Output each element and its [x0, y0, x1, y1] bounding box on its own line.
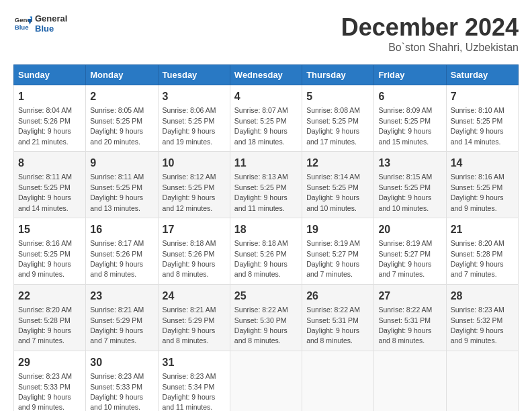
day-number: 28	[451, 289, 514, 304]
svg-text:Blue: Blue	[15, 24, 29, 31]
day-info: Sunrise: 8:21 AM Sunset: 5:29 PM Dayligh…	[163, 306, 216, 345]
day-header-monday: Monday	[86, 65, 158, 85]
day-number: 5	[306, 89, 369, 104]
days-of-week-row: SundayMondayTuesdayWednesdayThursdayFrid…	[14, 65, 519, 85]
day-info: Sunrise: 8:09 AM Sunset: 5:25 PM Dayligh…	[378, 106, 432, 145]
day-number: 17	[163, 222, 226, 237]
day-number: 4	[234, 89, 298, 104]
calendar-cell	[302, 351, 374, 411]
day-info: Sunrise: 8:18 AM Sunset: 5:26 PM Dayligh…	[234, 239, 288, 278]
day-number: 3	[163, 89, 226, 104]
day-header-sunday: Sunday	[14, 65, 86, 85]
day-info: Sunrise: 8:20 AM Sunset: 5:28 PM Dayligh…	[451, 239, 504, 278]
calendar-cell: 24Sunrise: 8:21 AM Sunset: 5:29 PM Dayli…	[158, 284, 230, 351]
calendar-cell: 1Sunrise: 8:04 AM Sunset: 5:26 PM Daylig…	[14, 85, 86, 152]
calendar-cell: 31Sunrise: 8:23 AM Sunset: 5:34 PM Dayli…	[158, 351, 230, 411]
calendar-cell: 12Sunrise: 8:14 AM Sunset: 5:25 PM Dayli…	[302, 151, 374, 218]
calendar-cell: 26Sunrise: 8:22 AM Sunset: 5:31 PM Dayli…	[302, 284, 374, 351]
day-info: Sunrise: 8:17 AM Sunset: 5:26 PM Dayligh…	[90, 239, 144, 278]
calendar-body: 1Sunrise: 8:04 AM Sunset: 5:26 PM Daylig…	[14, 85, 519, 412]
day-info: Sunrise: 8:07 AM Sunset: 5:25 PM Dayligh…	[234, 106, 288, 145]
day-info: Sunrise: 8:22 AM Sunset: 5:31 PM Dayligh…	[378, 306, 432, 345]
day-number: 25	[234, 289, 298, 304]
day-info: Sunrise: 8:20 AM Sunset: 5:28 PM Dayligh…	[18, 306, 72, 345]
day-info: Sunrise: 8:11 AM Sunset: 5:25 PM Dayligh…	[90, 173, 144, 212]
day-info: Sunrise: 8:23 AM Sunset: 5:33 PM Dayligh…	[90, 372, 144, 411]
calendar-cell: 9Sunrise: 8:11 AM Sunset: 5:25 PM Daylig…	[86, 151, 158, 218]
day-info: Sunrise: 8:19 AM Sunset: 5:27 PM Dayligh…	[378, 239, 432, 278]
day-number: 23	[90, 289, 153, 304]
page-subtitle: Bo`ston Shahri, Uzbekistan	[341, 42, 519, 54]
day-info: Sunrise: 8:16 AM Sunset: 5:25 PM Dayligh…	[451, 173, 504, 212]
calendar-week-3: 15Sunrise: 8:16 AM Sunset: 5:25 PM Dayli…	[14, 218, 519, 284]
day-info: Sunrise: 8:18 AM Sunset: 5:26 PM Dayligh…	[163, 239, 216, 278]
day-number: 6	[378, 89, 441, 104]
logo-icon: General Blue	[13, 14, 32, 33]
day-number: 20	[378, 222, 441, 237]
calendar-cell: 29Sunrise: 8:23 AM Sunset: 5:33 PM Dayli…	[14, 351, 86, 411]
day-header-tuesday: Tuesday	[158, 65, 230, 85]
day-number: 16	[90, 222, 153, 237]
day-info: Sunrise: 8:11 AM Sunset: 5:25 PM Dayligh…	[18, 173, 72, 212]
calendar-week-1: 1Sunrise: 8:04 AM Sunset: 5:26 PM Daylig…	[14, 85, 519, 152]
page-title: December 2024	[341, 13, 519, 42]
calendar-cell: 17Sunrise: 8:18 AM Sunset: 5:26 PM Dayli…	[158, 218, 230, 284]
day-info: Sunrise: 8:22 AM Sunset: 5:31 PM Dayligh…	[306, 306, 360, 345]
day-number: 22	[18, 289, 81, 304]
calendar-cell: 14Sunrise: 8:16 AM Sunset: 5:25 PM Dayli…	[446, 151, 518, 218]
calendar-cell	[230, 351, 302, 411]
calendar-cell: 13Sunrise: 8:15 AM Sunset: 5:25 PM Dayli…	[374, 151, 446, 218]
calendar-cell: 6Sunrise: 8:09 AM Sunset: 5:25 PM Daylig…	[374, 85, 446, 152]
day-info: Sunrise: 8:08 AM Sunset: 5:25 PM Dayligh…	[306, 106, 360, 145]
calendar-cell: 30Sunrise: 8:23 AM Sunset: 5:33 PM Dayli…	[86, 351, 158, 411]
header: General Blue General Blue December 2024 …	[13, 13, 519, 54]
logo-general-text: General	[35, 13, 67, 24]
day-number: 13	[378, 156, 441, 171]
day-info: Sunrise: 8:06 AM Sunset: 5:25 PM Dayligh…	[163, 106, 216, 145]
day-info: Sunrise: 8:05 AM Sunset: 5:25 PM Dayligh…	[90, 106, 144, 145]
day-number: 19	[306, 222, 369, 237]
calendar-cell: 10Sunrise: 8:12 AM Sunset: 5:25 PM Dayli…	[158, 151, 230, 218]
day-number: 26	[306, 289, 369, 304]
day-info: Sunrise: 8:13 AM Sunset: 5:25 PM Dayligh…	[234, 173, 288, 212]
day-info: Sunrise: 8:19 AM Sunset: 5:27 PM Dayligh…	[306, 239, 360, 278]
day-number: 8	[18, 156, 81, 171]
calendar-cell	[446, 351, 518, 411]
calendar-cell: 11Sunrise: 8:13 AM Sunset: 5:25 PM Dayli…	[230, 151, 302, 218]
calendar-week-2: 8Sunrise: 8:11 AM Sunset: 5:25 PM Daylig…	[14, 151, 519, 218]
day-number: 21	[451, 222, 514, 237]
day-number: 2	[90, 89, 153, 104]
title-section: December 2024 Bo`ston Shahri, Uzbekistan	[341, 13, 519, 54]
day-info: Sunrise: 8:04 AM Sunset: 5:26 PM Dayligh…	[18, 106, 72, 145]
calendar-cell: 23Sunrise: 8:21 AM Sunset: 5:29 PM Dayli…	[86, 284, 158, 351]
day-info: Sunrise: 8:10 AM Sunset: 5:25 PM Dayligh…	[451, 106, 504, 145]
logo: General Blue General Blue	[13, 13, 67, 34]
day-info: Sunrise: 8:21 AM Sunset: 5:29 PM Dayligh…	[90, 306, 144, 345]
day-info: Sunrise: 8:23 AM Sunset: 5:33 PM Dayligh…	[18, 372, 72, 411]
calendar-table: SundayMondayTuesdayWednesdayThursdayFrid…	[13, 64, 519, 411]
calendar-cell: 21Sunrise: 8:20 AM Sunset: 5:28 PM Dayli…	[446, 218, 518, 284]
day-info: Sunrise: 8:12 AM Sunset: 5:25 PM Dayligh…	[163, 173, 216, 212]
calendar-header: SundayMondayTuesdayWednesdayThursdayFrid…	[14, 65, 519, 85]
calendar-cell: 15Sunrise: 8:16 AM Sunset: 5:25 PM Dayli…	[14, 218, 86, 284]
day-header-friday: Friday	[374, 65, 446, 85]
day-number: 24	[163, 289, 226, 304]
calendar-cell: 16Sunrise: 8:17 AM Sunset: 5:26 PM Dayli…	[86, 218, 158, 284]
calendar-cell: 22Sunrise: 8:20 AM Sunset: 5:28 PM Dayli…	[14, 284, 86, 351]
day-header-saturday: Saturday	[446, 65, 518, 85]
day-number: 14	[451, 156, 514, 171]
calendar-cell: 7Sunrise: 8:10 AM Sunset: 5:25 PM Daylig…	[446, 85, 518, 152]
calendar-cell: 19Sunrise: 8:19 AM Sunset: 5:27 PM Dayli…	[302, 218, 374, 284]
calendar-week-4: 22Sunrise: 8:20 AM Sunset: 5:28 PM Dayli…	[14, 284, 519, 351]
day-number: 9	[90, 156, 153, 171]
day-number: 10	[163, 156, 226, 171]
day-number: 30	[90, 355, 153, 370]
calendar-cell: 4Sunrise: 8:07 AM Sunset: 5:25 PM Daylig…	[230, 85, 302, 152]
calendar-cell: 25Sunrise: 8:22 AM Sunset: 5:30 PM Dayli…	[230, 284, 302, 351]
calendar-cell: 2Sunrise: 8:05 AM Sunset: 5:25 PM Daylig…	[86, 85, 158, 152]
day-number: 29	[18, 355, 81, 370]
day-header-thursday: Thursday	[302, 65, 374, 85]
calendar-cell: 3Sunrise: 8:06 AM Sunset: 5:25 PM Daylig…	[158, 85, 230, 152]
calendar-week-5: 29Sunrise: 8:23 AM Sunset: 5:33 PM Dayli…	[14, 351, 519, 411]
day-info: Sunrise: 8:15 AM Sunset: 5:25 PM Dayligh…	[378, 173, 432, 212]
